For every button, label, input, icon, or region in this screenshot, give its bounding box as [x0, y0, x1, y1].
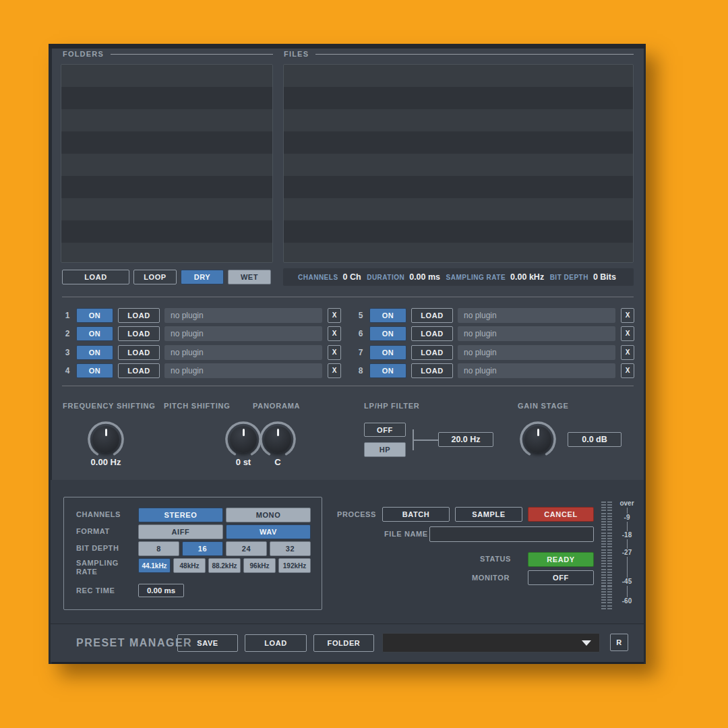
knob-body: [230, 426, 257, 453]
sampling-rate-setting-label: SAMPLING RATE: [76, 559, 123, 576]
bit-depth-8-button[interactable]: 8: [138, 541, 179, 556]
files-listbox[interactable]: [283, 64, 634, 263]
folder-load-button[interactable]: LOAD: [62, 270, 129, 284]
process-cancel-button[interactable]: CANCEL: [528, 507, 594, 522]
filter-connector-horizontal: [413, 439, 438, 441]
loop-button[interactable]: LOOP: [133, 270, 177, 284]
plugin-slot-7: 7 ON LOAD no plugin X: [357, 344, 634, 360]
sampling-rate-88-button[interactable]: 88.2kHz: [208, 558, 241, 573]
sampling-rate-192-button[interactable]: 192kHz: [278, 558, 311, 573]
plugin-load-button[interactable]: LOAD: [118, 345, 160, 360]
channels-setting-label: CHANNELS: [76, 510, 121, 518]
format-aiff-button[interactable]: AIFF: [138, 524, 223, 539]
channels-stereo-button[interactable]: STEREO: [138, 508, 223, 522]
plugin-load-button[interactable]: LOAD: [118, 363, 160, 378]
plugin-name-field[interactable]: no plugin: [458, 326, 615, 341]
preset-select[interactable]: [382, 633, 600, 653]
preset-load-button[interactable]: LOAD: [245, 634, 307, 652]
meter-scale-9: -9: [613, 514, 640, 522]
bit-depth-24-button[interactable]: 24: [226, 541, 267, 556]
plugin-load-button[interactable]: LOAD: [118, 308, 160, 323]
process-sample-button[interactable]: SAMPLE: [455, 507, 522, 522]
plugin-on-button[interactable]: ON: [76, 345, 113, 360]
preset-save-button[interactable]: SAVE: [177, 634, 238, 652]
duration-value: 0.00 ms: [409, 272, 440, 282]
plugin-on-button[interactable]: ON: [369, 308, 406, 323]
plugin-remove-button[interactable]: X: [328, 345, 341, 360]
plugin-load-button[interactable]: LOAD: [411, 308, 453, 323]
plugin-slot-5: 5 ON LOAD no plugin X: [357, 307, 634, 323]
filter-off-button[interactable]: OFF: [364, 423, 406, 437]
wet-button[interactable]: WET: [228, 270, 271, 284]
plugin-on-button[interactable]: ON: [76, 363, 113, 378]
knob-pointer-icon: [105, 429, 107, 436]
plugin-name-field[interactable]: no plugin: [458, 308, 615, 323]
preset-folder-button[interactable]: FOLDER: [313, 634, 374, 652]
plugin-on-button[interactable]: ON: [76, 308, 113, 323]
dry-button[interactable]: DRY: [181, 270, 224, 284]
plugin-name-field[interactable]: no plugin: [164, 308, 322, 323]
plugin-load-button[interactable]: LOAD: [411, 363, 453, 378]
file-name-label: FILE NAME: [384, 530, 428, 538]
sampling-rate-48-button[interactable]: 48kHz: [173, 558, 206, 573]
rec-time-label: REC TIME: [76, 586, 115, 595]
plugin-remove-button[interactable]: X: [328, 326, 341, 341]
plugin-remove-button[interactable]: X: [621, 308, 634, 323]
plugin-slot-number: 4: [63, 366, 71, 375]
status-label: STATUS: [480, 555, 511, 563]
files-header-line: [315, 54, 634, 55]
divider-middle: [62, 386, 634, 386]
render-settings-panel: CHANNELS STEREO MONO FORMAT AIFF WAV BIT…: [63, 497, 322, 610]
monitor-label: MONITOR: [472, 574, 510, 582]
plugin-remove-button[interactable]: X: [621, 363, 634, 378]
format-wav-button[interactable]: WAV: [226, 524, 311, 539]
plugin-slot-number: 6: [357, 329, 365, 338]
plugin-on-button[interactable]: ON: [369, 326, 406, 341]
divider-top: [62, 297, 634, 297]
filter-frequency-box[interactable]: 20.0 Hz: [438, 432, 493, 447]
process-batch-button[interactable]: BATCH: [382, 507, 450, 522]
status-badge: READY: [528, 552, 594, 567]
folders-listbox[interactable]: [61, 64, 273, 263]
plugin-slot-number: 5: [357, 311, 365, 320]
plugin-remove-button[interactable]: X: [328, 308, 341, 323]
plugin-name-field[interactable]: no plugin: [164, 326, 322, 341]
folders-header-line: [111, 54, 273, 55]
info-sampling-rate: SAMPLING RATE 0.00 kHz: [446, 272, 545, 282]
plugin-name-field[interactable]: no plugin: [458, 345, 615, 360]
plugin-on-button[interactable]: ON: [369, 345, 406, 360]
plugin-slot-number: 3: [63, 348, 71, 357]
panorama-value: C: [244, 457, 311, 467]
knob-body: [524, 426, 551, 453]
plugin-remove-button[interactable]: X: [621, 345, 634, 360]
plugin-on-button[interactable]: ON: [369, 363, 406, 378]
plugin-remove-button[interactable]: X: [621, 326, 634, 341]
channels-mono-button[interactable]: MONO: [226, 508, 311, 522]
filter-hp-button[interactable]: HP: [364, 442, 406, 457]
panorama-knob[interactable]: [257, 419, 298, 460]
plugin-name-field[interactable]: no plugin: [164, 345, 322, 360]
plugin-name-field[interactable]: no plugin: [458, 363, 615, 378]
meter-scale-60: -60: [613, 597, 640, 605]
bit-depth-32-button[interactable]: 32: [270, 541, 311, 556]
sampling-rate-96-button[interactable]: 96kHz: [243, 558, 276, 573]
plugin-load-button[interactable]: LOAD: [118, 326, 160, 341]
plugin-slot-number: 7: [357, 348, 365, 357]
plugin-slot-4: 4 ON LOAD no plugin X: [63, 363, 341, 378]
plugin-load-button[interactable]: LOAD: [411, 345, 453, 360]
plugin-load-button[interactable]: LOAD: [411, 326, 453, 341]
meter-scale-over: over: [613, 499, 640, 508]
monitor-off-button[interactable]: OFF: [528, 570, 594, 585]
file-name-input[interactable]: [429, 526, 594, 542]
plugin-slot-number: 8: [357, 366, 365, 375]
preset-reset-button[interactable]: R: [610, 634, 628, 651]
file-info-bar: CHANNELS 0 Ch DURATION 0.00 ms SAMPLING …: [283, 268, 634, 286]
gain-stage-knob[interactable]: [518, 419, 558, 460]
plugin-name-field[interactable]: no plugin: [164, 363, 322, 378]
plugin-on-button[interactable]: ON: [76, 326, 113, 341]
plugin-remove-button[interactable]: X: [328, 363, 341, 378]
frequency-shifting-knob[interactable]: [86, 419, 126, 460]
bit-depth-16-button[interactable]: 16: [182, 541, 223, 556]
gain-stage-value-box[interactable]: 0.0 dB: [568, 432, 621, 447]
sampling-rate-44-button[interactable]: 44.1kHz: [138, 558, 171, 573]
